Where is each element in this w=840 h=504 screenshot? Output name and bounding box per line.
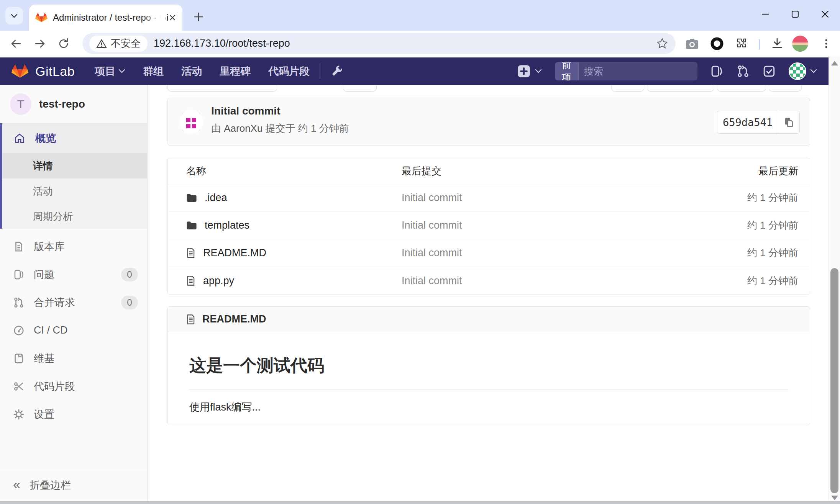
readme-card: README.MD 这是一个测试代码 使用flask编写... (167, 306, 810, 425)
file-row[interactable]: .idea Initial commit 约 1 分钟前 (168, 184, 810, 212)
file-row[interactable]: README.MD Initial commit 约 1 分钟前 (168, 239, 810, 267)
adblock-extension-button[interactable] (709, 35, 725, 52)
toolbar-separator (759, 39, 760, 50)
tab-search-button[interactable] (5, 7, 23, 25)
commit-title-link[interactable]: Initial commit (211, 105, 280, 117)
file-last-commit-link[interactable]: Initial commit (402, 275, 462, 286)
file-last-commit-link[interactable]: Initial commit (402, 219, 462, 231)
sidebar-overview-group: 概览 详情 活动 周期分析 (0, 123, 147, 229)
plus-icon (193, 11, 204, 23)
scrollbar-down-arrow[interactable] (831, 496, 838, 500)
todo-check-icon (763, 65, 776, 78)
nav-groups[interactable]: 群组 (143, 64, 164, 78)
wrench-icon (330, 65, 343, 78)
scrollbar-up-arrow[interactable] (831, 61, 838, 65)
file-icon (186, 314, 195, 325)
sidebar-item-snippets[interactable]: 代码片段 (0, 372, 147, 400)
sidebar-item-cycle-analytics[interactable]: 周期分析 (2, 204, 147, 229)
file-row[interactable]: templates Initial commit 约 1 分钟前 (168, 212, 810, 239)
sidebar-item-cicd[interactable]: CI / CD (0, 316, 147, 344)
navbar-search: 当前项目 (555, 62, 697, 80)
file-last-update: 约 1 分钟前 (747, 219, 798, 231)
collapse-sidebar-label: 折叠边栏 (30, 478, 71, 492)
minimize-button[interactable] (750, 0, 780, 28)
nav-activity[interactable]: 活动 (181, 64, 202, 78)
nav-snippets[interactable]: 代码片段 (268, 64, 310, 78)
commit-sha-button[interactable]: 659da541 (717, 111, 778, 133)
partial-button[interactable] (769, 85, 802, 92)
navbar-issues-button[interactable] (710, 65, 724, 78)
file-name-link[interactable]: README.MD (203, 247, 266, 259)
profile-avatar (792, 36, 808, 52)
new-tab-button[interactable] (191, 9, 206, 25)
copy-sha-button[interactable] (778, 111, 799, 133)
double-chevron-left-icon: « (13, 478, 20, 491)
gitlab-logo-link[interactable]: GitLab (11, 63, 75, 79)
user-menu-button[interactable] (789, 62, 817, 80)
sidebar-item-settings[interactable]: 设置 (0, 400, 147, 428)
partial-button[interactable] (167, 85, 277, 92)
security-chip[interactable]: 不安全 (89, 36, 148, 52)
last-commit-card: Initial commit 由 AaronXu 提交于 约 1 分钟前 659… (167, 98, 810, 146)
navbar-right: 当前项目 (517, 62, 817, 80)
commit-meta: 由 AaronXu 提交于 约 1 分钟前 (211, 122, 349, 135)
warning-icon (96, 39, 107, 49)
scrollbar-thumb[interactable] (830, 268, 838, 493)
sidebar-item-repository[interactable]: 版本库 (0, 232, 147, 260)
sidebar-item-merge-requests[interactable]: 合并请求 0 (0, 288, 147, 316)
sidebar-item-label: CI / CD (34, 324, 138, 336)
sidebar-project-header[interactable]: T test-repo (0, 85, 147, 123)
browser-profile-button[interactable] (792, 35, 809, 52)
forward-button[interactable] (31, 34, 49, 53)
copy-icon (783, 116, 795, 128)
nav-projects[interactable]: 项目 (95, 64, 125, 78)
search-scope-chip[interactable]: 当前项目 (555, 62, 579, 80)
navbar-todos-button[interactable] (763, 65, 776, 78)
screenshot-extension-button[interactable] (684, 35, 701, 52)
file-row[interactable]: app.py Initial commit 约 1 分钟前 (168, 267, 810, 295)
sidebar-item-activity[interactable]: 活动 (2, 178, 147, 204)
gear-icon (13, 409, 25, 420)
nav-milestones[interactable]: 里程碑 (220, 64, 251, 78)
collapse-sidebar-button[interactable]: « 折叠边栏 (0, 469, 147, 501)
file-name-link[interactable]: templates (205, 219, 249, 231)
new-menu-button[interactable] (517, 64, 542, 79)
back-button[interactable] (7, 34, 25, 53)
file-last-commit-link[interactable]: Initial commit (402, 192, 462, 203)
maximize-button[interactable] (780, 0, 810, 28)
sidebar-item-issues[interactable]: 问题 0 (0, 260, 147, 288)
browser-window: Administrator / test-repo · Gi (0, 0, 840, 504)
donut-circle-icon (710, 37, 724, 51)
commit-author-link[interactable]: AaronXu (224, 123, 262, 134)
file-last-commit-link[interactable]: Initial commit (402, 247, 462, 259)
reload-button[interactable] (54, 34, 73, 53)
browser-menu-button[interactable] (818, 35, 835, 52)
bookmark-star-icon[interactable] (656, 37, 669, 50)
search-input[interactable] (579, 66, 697, 77)
partial-button[interactable] (611, 85, 644, 92)
partial-button[interactable] (343, 85, 377, 92)
close-icon (820, 9, 830, 19)
tab-close-button[interactable] (166, 11, 179, 24)
admin-area-button[interactable] (330, 65, 343, 78)
sidebar-item-label: 维基 (34, 352, 138, 365)
file-tree-table: 名称 最后提交 最后更新 .idea Initial commit 约 1 分钟… (167, 158, 810, 295)
navbar-merge-requests-button[interactable] (737, 65, 750, 78)
chevron-down-icon (10, 11, 19, 20)
close-window-button[interactable] (810, 0, 840, 28)
wiki-book-icon (13, 353, 25, 364)
file-name-link[interactable]: app.py (203, 275, 234, 287)
partial-button[interactable] (647, 85, 714, 92)
address-bar[interactable]: 不安全 192.168.173.10/root/test-repo (82, 33, 676, 54)
file-table-header: 名称 最后提交 最后更新 (168, 158, 810, 184)
downloads-button[interactable] (769, 35, 786, 52)
extensions-button[interactable] (733, 35, 750, 52)
sidebar-item-wiki[interactable]: 维基 (0, 344, 147, 372)
sidebar-item-details[interactable]: 详情 (2, 153, 147, 178)
tab-title-fade (143, 5, 166, 31)
sidebar-item-overview[interactable]: 概览 (2, 123, 147, 153)
browser-tab[interactable]: Administrator / test-repo · Gi (29, 5, 182, 31)
security-label: 不安全 (111, 37, 141, 50)
file-name-link[interactable]: .idea (205, 192, 227, 204)
partial-button[interactable] (717, 85, 766, 92)
